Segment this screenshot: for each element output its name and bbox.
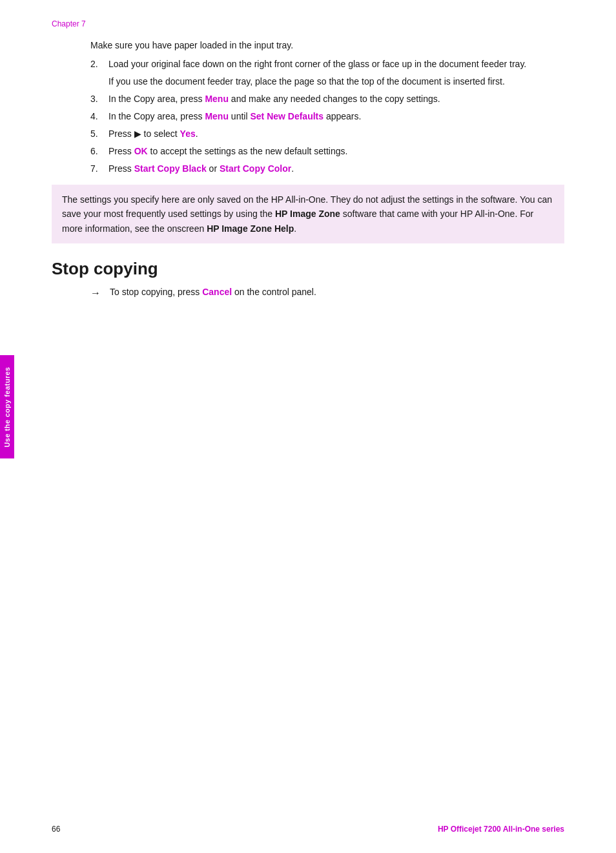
product-name: HP Officejet 7200 All-in-One series <box>438 825 564 834</box>
step-content: Press ▶ to select Yes. <box>108 127 564 141</box>
page-container: Chapter 7 Make sure you have paper loade… <box>0 0 616 853</box>
step-content: Load your original face down on the righ… <box>108 57 564 71</box>
step-content: Press Start Copy Black or Start Copy Col… <box>108 162 564 176</box>
arrow-item: → To stop copying, press Cancel on the c… <box>90 285 564 301</box>
arrow-text: To stop copying, press Cancel on the con… <box>110 285 316 299</box>
intro-text: Make sure you have paper loaded in the i… <box>90 39 564 52</box>
footer: 66 HP Officejet 7200 All-in-One series <box>0 825 616 834</box>
arrow-text2: on the control panel. <box>232 287 316 297</box>
list-item: 3. In the Copy area, press Menu and make… <box>90 92 564 106</box>
highlight-cancel: Cancel <box>202 287 232 297</box>
step-subtext: If you use the document feeder tray, pla… <box>108 75 564 88</box>
list-item: 6. Press OK to accept the settings as th… <box>90 145 564 158</box>
section-heading: Stop copying <box>52 259 564 279</box>
arrow-icon: → <box>90 285 103 301</box>
highlight-start-black: Start Copy Black <box>134 163 207 174</box>
chapter-label: Chapter 7 <box>52 19 564 28</box>
step-number: 3. <box>90 92 108 106</box>
highlight-set-new-defaults: Set New Defaults <box>250 111 323 121</box>
step-content: In the Copy area, press Menu until Set N… <box>108 110 564 123</box>
step-number: 7. <box>90 162 108 176</box>
highlight-ok: OK <box>134 146 148 156</box>
step-content: In the Copy area, press Menu and make an… <box>108 92 564 106</box>
side-tab-label: Use the copy features <box>3 367 11 447</box>
page-number: 66 <box>52 825 60 834</box>
list-item: 2. Load your original face down on the r… <box>90 57 564 71</box>
numbered-list: 2. Load your original face down on the r… <box>90 57 564 176</box>
highlight-menu: Menu <box>205 94 229 104</box>
list-item: 5. Press ▶ to select Yes. <box>90 127 564 141</box>
step-number: 4. <box>90 110 108 123</box>
step-number: 2. <box>90 57 108 71</box>
list-item: 7. Press Start Copy Black or Start Copy … <box>90 162 564 176</box>
note-text3: . <box>294 223 296 234</box>
arrow-text1: To stop copying, press <box>110 287 202 297</box>
side-tab: Use the copy features <box>0 355 14 458</box>
highlight-yes: Yes <box>180 128 196 139</box>
note-bold1: HP Image Zone <box>275 209 340 219</box>
step-content: Press OK to accept the settings as the n… <box>108 145 564 158</box>
note-box: The settings you specify here are only s… <box>52 185 564 243</box>
note-bold2: HP Image Zone Help <box>207 223 294 234</box>
list-item: 4. In the Copy area, press Menu until Se… <box>90 110 564 123</box>
highlight-menu2: Menu <box>205 111 229 121</box>
list-item-sub: If you use the document feeder tray, pla… <box>90 75 564 88</box>
highlight-start-color: Start Copy Color <box>220 163 291 174</box>
step-number: 6. <box>90 145 108 158</box>
step-number: 5. <box>90 127 108 141</box>
